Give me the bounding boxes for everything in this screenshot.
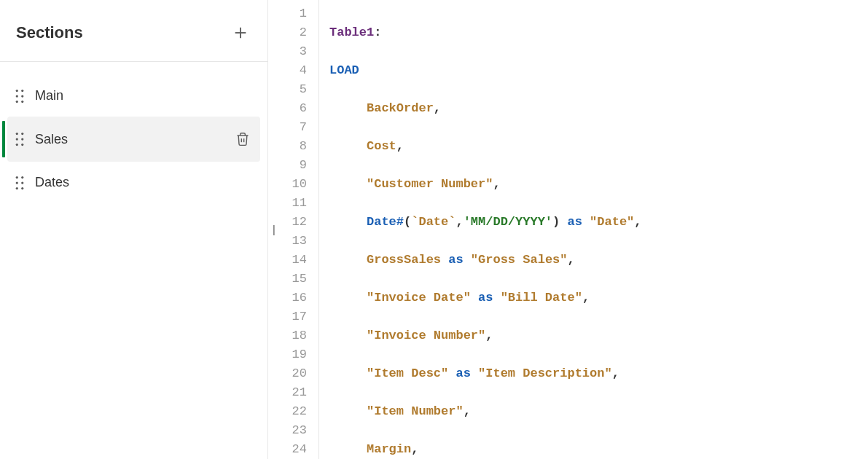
- drag-handle-icon[interactable]: [15, 176, 25, 190]
- sidebar-title: Sections: [16, 23, 83, 42]
- line-number: 5: [268, 80, 307, 99]
- code-token: BackOrder: [367, 101, 434, 115]
- drag-handle-icon[interactable]: [15, 132, 25, 146]
- code-token: LOAD: [329, 63, 359, 77]
- code-token: [582, 215, 590, 229]
- svg-point-21: [21, 187, 23, 189]
- trash-icon: [235, 131, 250, 147]
- code-token: [560, 215, 567, 229]
- section-item-sales[interactable]: Sales: [7, 117, 260, 162]
- line-number: 23: [268, 421, 307, 440]
- line-number: 11: [268, 194, 307, 213]
- sidebar-resize-handle[interactable]: ||: [273, 224, 273, 235]
- line-number: 24: [268, 440, 307, 459]
- code-token: [471, 366, 478, 380]
- code-token: ,: [396, 139, 404, 153]
- code-token: "Item Desc": [367, 366, 448, 380]
- code-token: ,: [582, 291, 590, 305]
- section-item-dates[interactable]: Dates: [7, 162, 260, 203]
- script-editor[interactable]: 123456789101112131415161718192021222324 …: [268, 0, 868, 459]
- code-area[interactable]: Table1: LOAD BackOrder, Cost, "Customer …: [319, 0, 868, 459]
- svg-point-9: [21, 133, 23, 135]
- code-token: ,: [485, 329, 493, 342]
- svg-point-18: [16, 181, 18, 184]
- line-number: 20: [268, 364, 307, 383]
- svg-point-5: [21, 95, 23, 97]
- code-token: ): [552, 215, 560, 229]
- code-token: ,: [434, 101, 441, 115]
- line-number: 4: [268, 61, 307, 80]
- code-token: Table1: [329, 26, 374, 39]
- code-token: as: [567, 215, 582, 229]
- plus-icon: [232, 25, 249, 41]
- sidebar-header: Sections: [0, 0, 267, 62]
- svg-point-10: [16, 138, 18, 140]
- code-token: "Customer Number": [367, 177, 493, 191]
- code-token: ,: [567, 253, 574, 267]
- code-token: ,: [493, 177, 500, 191]
- code-token: [464, 253, 471, 267]
- svg-point-4: [16, 95, 18, 97]
- code-token: [441, 253, 448, 267]
- code-token: 'MM/DD/YYYY': [464, 215, 552, 229]
- line-number: 14: [268, 251, 307, 270]
- code-token: [493, 291, 500, 305]
- svg-point-17: [21, 176, 23, 178]
- code-token: as: [455, 366, 470, 380]
- code-token: GrossSales: [367, 253, 441, 267]
- code-token: "Item Number": [367, 404, 464, 418]
- section-item-main[interactable]: Main: [7, 75, 260, 117]
- line-number: 21: [268, 383, 307, 402]
- code-token: "Gross Sales": [471, 253, 568, 267]
- line-number: 15: [268, 270, 307, 289]
- add-section-button[interactable]: [230, 22, 251, 44]
- code-token: as: [448, 253, 463, 267]
- line-number: 19: [268, 345, 307, 364]
- code-token: Margin: [367, 442, 411, 456]
- svg-point-19: [21, 181, 23, 184]
- code-token: "Invoice Date": [367, 291, 471, 305]
- section-label: Dates: [35, 175, 251, 190]
- line-number: 22: [268, 402, 307, 421]
- code-token: as: [478, 291, 493, 305]
- svg-point-13: [21, 144, 23, 146]
- code-token: "Date": [590, 215, 634, 229]
- delete-section-button[interactable]: [234, 130, 251, 149]
- line-number: 1: [268, 4, 307, 23]
- svg-point-8: [16, 133, 18, 135]
- svg-point-6: [16, 100, 18, 102]
- line-number: 16: [268, 289, 307, 307]
- line-number: 2: [268, 23, 307, 42]
- svg-point-12: [16, 144, 18, 146]
- section-list: Main Sales Dates: [0, 62, 267, 216]
- drag-handle-icon[interactable]: [15, 89, 25, 103]
- code-token: ,: [411, 442, 418, 456]
- line-number: 6: [268, 99, 307, 118]
- code-token: ,: [612, 366, 619, 380]
- code-token: Date#: [367, 215, 404, 229]
- svg-point-20: [16, 187, 18, 189]
- svg-point-2: [16, 89, 18, 91]
- line-number: 8: [268, 137, 307, 156]
- svg-point-7: [21, 100, 23, 102]
- line-number: 9: [268, 156, 307, 175]
- svg-point-16: [16, 176, 18, 178]
- line-number-gutter: 123456789101112131415161718192021222324: [268, 0, 319, 459]
- sections-sidebar: Sections Main Sales Dates ||: [0, 0, 268, 459]
- code-token: Cost: [367, 139, 396, 153]
- line-number: 17: [268, 307, 307, 326]
- line-number: 7: [268, 118, 307, 137]
- code-token: ,: [464, 404, 471, 418]
- code-token: ,: [455, 215, 463, 229]
- code-token: "Invoice Number": [367, 329, 485, 342]
- code-token: ,: [634, 215, 641, 229]
- code-token: "Item Description": [478, 366, 612, 380]
- section-label: Sales: [35, 132, 234, 147]
- code-token: :: [374, 26, 381, 39]
- line-number: 12: [268, 213, 307, 232]
- line-number: 13: [268, 232, 307, 251]
- code-token: [448, 366, 455, 380]
- code-token: `Date`: [411, 215, 455, 229]
- svg-point-11: [21, 138, 23, 140]
- svg-point-3: [21, 89, 23, 91]
